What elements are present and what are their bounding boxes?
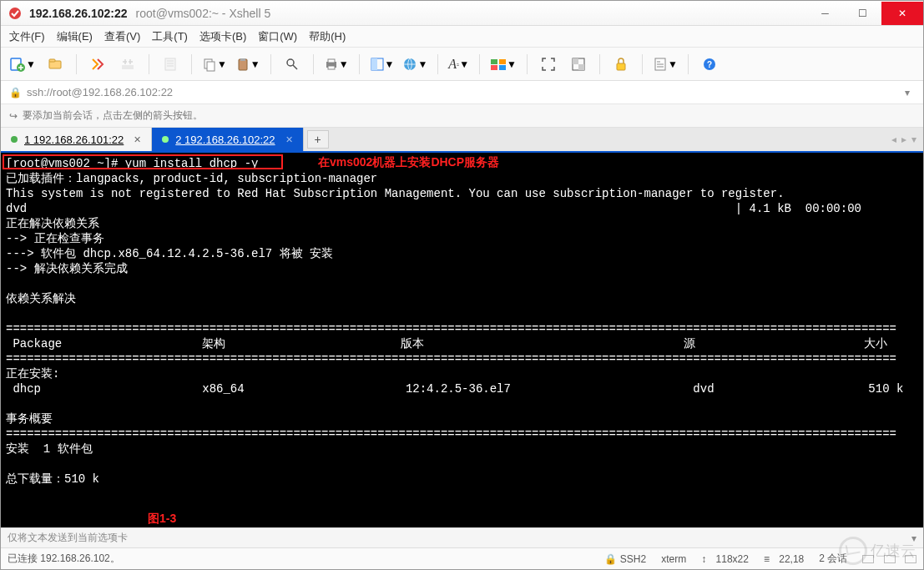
terminal-table-row: dhcp x86_64 12:4.2.5-36.el7 dvd 510 k: [6, 382, 903, 396]
toolbar: ▼ ▼ ▼ ▼ ▼ ▼ A₂▼ ▼ ▼ ?: [1, 48, 923, 81]
send-mode-text: 仅将文本发送到当前选项卡: [8, 531, 128, 545]
menu-view[interactable]: 查看(V): [104, 29, 140, 44]
transparent-button[interactable]: [568, 53, 589, 75]
properties-button[interactable]: [159, 53, 181, 75]
new-tab-button[interactable]: +: [307, 130, 329, 149]
svg-rect-6: [165, 58, 175, 70]
term-size: ↕ 118x22: [701, 553, 749, 565]
session-tab-label: 1 192.168.26.101:22: [24, 134, 124, 146]
script-button[interactable]: ▼: [653, 57, 678, 72]
svg-rect-18: [491, 59, 497, 64]
menu-help[interactable]: 帮助(H): [309, 29, 346, 44]
svg-text:?: ?: [707, 60, 712, 69]
address-bar: 🔒 ssh://root@192.168.26.102:22 ▾: [1, 81, 923, 104]
lock-icon: 🔒: [9, 87, 22, 98]
annotation-text-1: 在vms002机器上安装DHCP服务器: [318, 154, 499, 169]
terminal-table-header: Package 架构 版本 源 大小: [6, 337, 887, 351]
status-bar: 已连接 192.168.26.102。 🔒SSH2 xterm ↕ 118x22…: [1, 547, 923, 569]
svg-rect-19: [499, 59, 506, 64]
svg-rect-25: [617, 63, 625, 70]
tab-nav: ◂ ▸ ▾: [891, 128, 923, 151]
tab-next-icon[interactable]: ▸: [901, 134, 906, 145]
address-url[interactable]: ssh://root@192.168.26.102:22: [27, 86, 895, 98]
hint-bar: ↪ 要添加当前会话，点击左侧的箭头按钮。: [1, 104, 923, 128]
svg-rect-4: [49, 59, 55, 62]
copy-button[interactable]: ▼: [202, 57, 227, 72]
app-icon: [8, 6, 23, 21]
address-history-dropdown[interactable]: ▾: [900, 87, 915, 98]
term-type: xterm: [661, 553, 686, 565]
menu-window[interactable]: 窗口(W): [258, 29, 297, 44]
watermark: 亿速云: [839, 537, 916, 565]
help-button[interactable]: ?: [699, 53, 720, 75]
svg-rect-23: [573, 58, 578, 64]
terminal-hr: ========================================…: [6, 427, 896, 441]
svg-rect-13: [328, 59, 335, 63]
svg-rect-21: [499, 65, 506, 70]
send-mode-bar[interactable]: 仅将文本发送到当前选项卡 ▾: [1, 527, 923, 547]
layout-button[interactable]: ▼: [370, 57, 395, 72]
session-tab-1[interactable]: 1 192.168.26.101:22 ✕: [1, 128, 152, 151]
font-button[interactable]: A₂▼: [448, 57, 469, 72]
session-status-dot-icon: [11, 136, 18, 143]
menu-file[interactable]: 文件(F): [9, 29, 45, 44]
svg-rect-14: [328, 66, 335, 69]
find-button[interactable]: [281, 53, 303, 75]
tab-close-icon[interactable]: ✕: [285, 134, 293, 145]
session-tab-2[interactable]: 2 192.168.26.102:22 ✕: [152, 128, 303, 151]
globe-button[interactable]: ▼: [402, 57, 427, 72]
menu-tabs[interactable]: 选项卡(B): [199, 29, 246, 44]
menu-edit[interactable]: 编辑(E): [57, 29, 93, 44]
terminal[interactable]: [root@vms002 ~]# yum install dhcp -y 已加载…: [1, 153, 923, 527]
svg-rect-10: [240, 58, 245, 61]
svg-rect-8: [207, 62, 215, 71]
protocol-status: 🔒SSH2: [604, 553, 646, 565]
reconnect-button[interactable]: [87, 53, 109, 75]
terminal-output-block3: 安装 1 软件包 总下载量：510 k: [6, 442, 99, 486]
terminal-hr: ========================================…: [6, 322, 896, 335]
terminal-output-block2: 事务概要: [6, 412, 53, 426]
minimize-button[interactable]: ─: [806, 2, 844, 25]
new-session-button[interactable]: ▼: [9, 56, 36, 73]
session-tab-label: 2 192.168.26.102:22: [175, 134, 275, 146]
terminal-install-label: 正在安装:: [6, 367, 59, 381]
close-button[interactable]: ✕: [881, 2, 923, 25]
menu-bar: 文件(F) 编辑(E) 查看(V) 工具(T) 选项卡(B) 窗口(W) 帮助(…: [1, 26, 923, 48]
title-bar: 192.168.26.102:22 root@vms002:~ - Xshell…: [1, 1, 923, 26]
svg-point-0: [9, 8, 21, 19]
terminal-output-block1: 已加载插件：langpacks, product-id, subscriptio…: [6, 172, 861, 305]
svg-rect-24: [578, 64, 584, 70]
svg-rect-20: [491, 65, 497, 70]
print-button[interactable]: ▼: [324, 57, 349, 72]
tab-prev-icon[interactable]: ◂: [891, 134, 896, 145]
add-session-arrow-icon[interactable]: ↪: [9, 110, 18, 122]
annotation-box: [3, 154, 283, 169]
terminal-hr: ========================================…: [6, 352, 896, 366]
protocol-icon: 🔒: [604, 553, 617, 565]
lock-button[interactable]: [610, 53, 632, 75]
svg-point-11: [287, 59, 294, 66]
svg-rect-5: [122, 65, 134, 69]
tab-list-icon[interactable]: ▾: [911, 134, 916, 145]
window-title-sub: root@vms002:~ - Xshell 5: [136, 7, 271, 20]
maximize-button[interactable]: ☐: [844, 2, 881, 25]
color-scheme-button[interactable]: ▼: [490, 57, 517, 72]
watermark-text: 亿速云: [871, 541, 916, 561]
tab-close-icon[interactable]: ✕: [134, 134, 141, 145]
fullscreen-button[interactable]: [538, 53, 559, 75]
open-button[interactable]: [44, 53, 66, 75]
tab-bar: 1 192.168.26.101:22 ✕ 2 192.168.26.102:2…: [1, 128, 923, 153]
cursor-pos: ≡ 22,18: [764, 553, 804, 565]
menu-tools[interactable]: 工具(T): [152, 29, 188, 44]
paste-button[interactable]: ▼: [235, 57, 260, 72]
hint-text: 要添加当前会话，点击左侧的箭头按钮。: [23, 108, 203, 123]
connection-status: 已连接 192.168.26.102。: [8, 552, 120, 566]
session-status-dot-icon: [162, 136, 169, 143]
svg-rect-16: [371, 58, 377, 70]
watermark-icon: [839, 537, 867, 565]
annotation-text-2: 图1-3: [148, 511, 176, 526]
window-title-host: 192.168.26.102:22: [29, 7, 128, 20]
disconnect-button[interactable]: [117, 53, 139, 75]
